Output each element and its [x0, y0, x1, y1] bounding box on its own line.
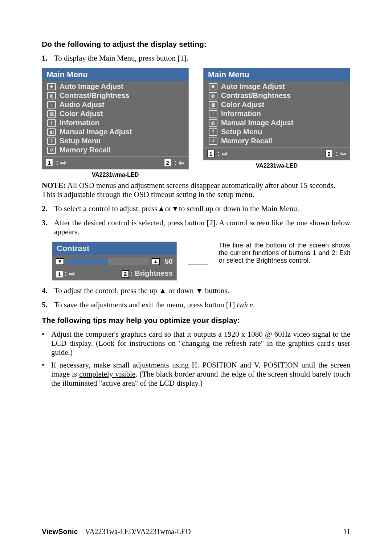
osd-item: ▥Color Adjust [44, 109, 186, 118]
step-2: 2. To select a control to adjust, press▲… [42, 204, 350, 213]
osd-item: ♪Audio Adjust [44, 100, 186, 109]
step2-part-c: to scroll up or down in the Main Menu. [179, 204, 299, 213]
step-text: To save the adjustments and exit the men… [54, 300, 255, 309]
osd-item-label: Setup Menu [221, 128, 262, 136]
osd-item-label: Manual Image Adjust [221, 119, 293, 127]
osd-item-label: Audio Adjust [60, 100, 105, 109]
step-number: 3. [42, 218, 50, 237]
footer-brand: ViewSonic [42, 528, 78, 535]
contrast-title: Contrast [52, 242, 176, 255]
osd-left-col: Main Menu ✥Auto Image Adjust ◐Contrast/B… [42, 68, 189, 178]
bullet-icon: • [42, 361, 47, 388]
tip2-underline: completely visible [79, 370, 135, 378]
osd-title: Main Menu [42, 68, 188, 81]
footer-page-number: 11 [343, 528, 350, 536]
step-1: 1. To display the Main Menu, press butto… [42, 54, 350, 63]
contrast-slider [67, 258, 149, 265]
triangle-up-icon: ▲ [158, 204, 165, 213]
color-icon: ▥ [209, 101, 217, 108]
osd-item: ?Setup Menu [44, 136, 186, 145]
osd-right-caption: VA2231wa-LED [203, 163, 350, 169]
osd-left-caption: VA2231wma-LED [42, 172, 189, 178]
contrast-slider-fill [67, 258, 108, 265]
osd-item: ◐Contrast/Brightness [44, 91, 186, 100]
contrast-icon: ◐ [47, 92, 56, 99]
step2-part-a: To select a control to adjust, press [54, 204, 158, 213]
steps-list-1: 1. To display the Main Menu, press butto… [42, 54, 350, 63]
recall-icon: ↺ [209, 138, 217, 145]
tip-2: • If necessary, make small adjustments u… [42, 361, 350, 388]
triangle-up-icon: ▲ [159, 286, 167, 295]
osd-item-label: Information [221, 110, 261, 118]
osd-item: ↺Memory Recall [206, 136, 348, 145]
manual-image-icon: ◧ [47, 128, 56, 136]
osd-item-label: Contrast/Brightness [221, 91, 291, 100]
triangle-down-icon: ▼ [171, 204, 179, 213]
step2-part-b: or [165, 204, 172, 213]
key-1-icon: 1 [207, 150, 215, 157]
osd-item-label: Setup Menu [60, 137, 101, 145]
osd-items: ✥Auto Image Adjust ◐Contrast/Brightness … [204, 81, 350, 147]
contrast-icon: ◐ [209, 92, 217, 99]
contrast-footer-1: 1: ⇨ [56, 269, 75, 278]
note-label: NOTE: [42, 181, 66, 190]
step-number: 1. [42, 54, 50, 63]
note-text: All OSD menus and adjustment screens dis… [42, 181, 335, 199]
color-icon: ▥ [47, 110, 56, 118]
steps-list-2: 2. To select a control to adjust, press▲… [42, 204, 350, 237]
step-number: 5. [42, 300, 50, 309]
step-text: To display the Main Menu, press button [… [54, 54, 188, 63]
step5-twice: twice [237, 300, 253, 309]
step-text: To adjust the control, press the up ▲ or… [54, 286, 229, 295]
osd-item: ◐Contrast/Brightness [206, 91, 348, 100]
step-number: 2. [42, 204, 50, 213]
osd-footer-glyph: : ⇨ [217, 149, 228, 158]
key-2-icon: 2 [326, 150, 333, 157]
tip-text: If necessary, make small adjustments usi… [51, 361, 350, 388]
osd-item: ?Setup Menu [206, 127, 348, 136]
step4-a: To adjust the control, press the up [54, 286, 159, 295]
osd-footer-2: 2: ⇦ [326, 149, 346, 158]
callout-text: The line at the bottom of the screen sho… [219, 242, 350, 264]
contrast-footer-1-text: : ⇨ [65, 270, 75, 278]
note-paragraph: NOTE: All OSD menus and adjustment scree… [42, 181, 350, 199]
osd-footer-glyph: : ⇨ [56, 158, 66, 167]
info-icon: i [47, 119, 56, 127]
osd-footer-1: 1: ⇨ [207, 149, 228, 158]
setup-icon: ? [209, 128, 217, 136]
osd-item: ↺Memory Recall [44, 145, 186, 155]
contrast-footer-2-text: : Brightness [130, 269, 173, 277]
audio-icon: ♪ [47, 101, 56, 108]
osd-item-label: Color Adjust [60, 110, 103, 118]
osd-item: ✥Auto Image Adjust [206, 82, 348, 91]
triangle-down-icon: ▼ [56, 258, 64, 265]
osd-footer-1: 1: ⇨ [46, 158, 66, 167]
step4-b: or down [167, 286, 196, 295]
footer-model: VA2231wa-LED/VA2231wma-LED [85, 528, 191, 535]
contrast-body: ▼ ▲ 50 [52, 255, 176, 268]
auto-image-icon: ✥ [209, 83, 217, 90]
contrast-screenshot-row: Contrast ▼ ▲ 50 1: ⇨ 2: Brightness The l… [52, 242, 350, 280]
osd-item-label: Auto Image Adjust [221, 82, 285, 91]
contrast-value: 50 [163, 257, 173, 266]
step-5: 5. To save the adjustments and exit the … [42, 300, 350, 309]
contrast-osd: Contrast ▼ ▲ 50 1: ⇨ 2: Brightness [52, 242, 177, 280]
recall-icon: ↺ [47, 147, 56, 154]
contrast-footer-2: 2: Brightness [122, 269, 173, 278]
osd-footer-glyph: : ⇦ [174, 158, 185, 167]
osd-item-label: Memory Recall [60, 146, 111, 154]
info-icon: i [209, 110, 217, 118]
tip-1: • Adjust the computer's graphics card so… [42, 330, 350, 357]
osd-right-col: Main Menu ✥Auto Image Adjust ◐Contrast/B… [203, 68, 350, 178]
step5-a: To save the adjustments and exit the men… [54, 300, 237, 309]
step5-dot: . [253, 300, 255, 309]
bullet-icon: • [42, 330, 47, 357]
tips-list: • Adjust the computer's graphics card so… [42, 330, 350, 388]
section-heading: Do the following to adjust the display s… [42, 40, 350, 49]
osd-main-menu-right: Main Menu ✥Auto Image Adjust ◐Contrast/B… [203, 68, 350, 160]
manual-image-icon: ◧ [209, 119, 217, 127]
osd-footer: 1: ⇨ 2: ⇦ [42, 156, 188, 169]
setup-icon: ? [47, 138, 56, 145]
page-footer: ViewSonic VA2231wa-LED/VA2231wma-LED 11 [42, 528, 350, 536]
auto-image-icon: ✥ [47, 83, 56, 90]
